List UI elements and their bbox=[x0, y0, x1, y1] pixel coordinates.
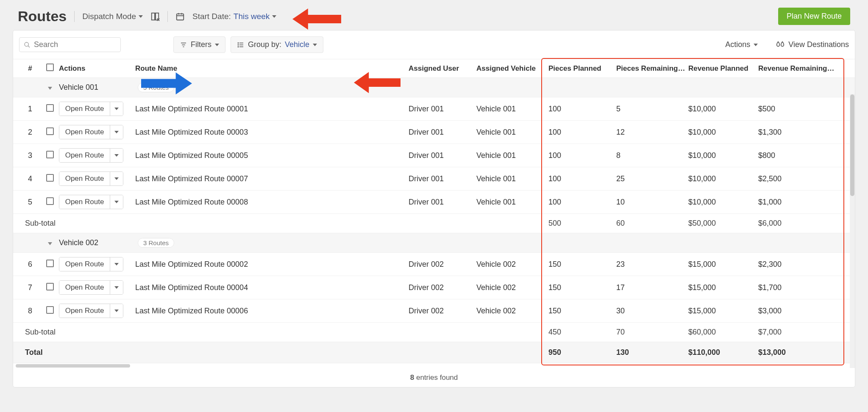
open-route-main[interactable]: Open Route bbox=[59, 195, 110, 209]
open-route-button[interactable]: Open Route bbox=[59, 148, 123, 163]
table-row: 2Open RouteLast Mile Optimized Route 000… bbox=[13, 121, 855, 144]
map-toggle-button[interactable] bbox=[150, 12, 160, 21]
row-checkbox[interactable] bbox=[46, 197, 54, 205]
col-route-name: Route Name bbox=[135, 64, 409, 73]
open-route-button[interactable]: Open Route bbox=[59, 171, 123, 186]
open-route-dropdown[interactable] bbox=[110, 149, 123, 162]
chevron-down-icon bbox=[215, 44, 219, 46]
row-checkbox[interactable] bbox=[46, 174, 54, 182]
group-header[interactable]: Vehicle 0015 Routes bbox=[13, 78, 855, 97]
open-route-dropdown[interactable] bbox=[110, 257, 123, 271]
open-route-dropdown[interactable] bbox=[110, 172, 123, 185]
open-route-dropdown[interactable] bbox=[110, 195, 123, 209]
pieces-planned: 100 bbox=[548, 174, 616, 183]
pieces-remaining: 12 bbox=[616, 128, 688, 137]
group-by-dropdown[interactable]: Group by: Vehicle bbox=[231, 36, 323, 53]
assigned-vehicle: Vehicle 001 bbox=[476, 105, 548, 113]
open-route-main[interactable]: Open Route bbox=[59, 125, 110, 139]
pieces-planned: 150 bbox=[548, 260, 616, 269]
row-checkbox[interactable] bbox=[46, 127, 54, 135]
open-route-main[interactable]: Open Route bbox=[59, 257, 110, 271]
actions-dropdown[interactable]: Actions bbox=[725, 40, 758, 49]
chevron-down-icon bbox=[272, 15, 276, 18]
vertical-scrollbar[interactable] bbox=[850, 94, 855, 368]
revenue-remaining: $500 bbox=[758, 105, 843, 113]
dispatch-mode-dropdown[interactable]: Dispatch Mode bbox=[82, 12, 143, 21]
open-route-button[interactable]: Open Route bbox=[59, 125, 123, 139]
svg-rect-4 bbox=[177, 14, 184, 20]
col-number: # bbox=[19, 64, 41, 73]
route-name: Last Mile Optimized Route 00002 bbox=[135, 260, 409, 269]
revenue-remaining: $1,700 bbox=[758, 283, 843, 292]
route-name: Last Mile Optimized Route 00001 bbox=[135, 105, 409, 113]
view-destinations-link[interactable]: View Destinations bbox=[776, 40, 849, 49]
group-name: Vehicle 001 bbox=[59, 83, 135, 92]
row-checkbox[interactable] bbox=[46, 104, 54, 112]
list-icon bbox=[237, 41, 245, 49]
open-route-button[interactable]: Open Route bbox=[59, 280, 123, 295]
scrollbar-thumb[interactable] bbox=[16, 364, 130, 368]
open-route-dropdown[interactable] bbox=[110, 304, 123, 318]
table-row: 7Open RouteLast Mile Optimized Route 000… bbox=[13, 276, 855, 299]
expand-toggle-icon[interactable] bbox=[48, 242, 52, 245]
row-checkbox[interactable] bbox=[46, 151, 54, 158]
revenue-planned: $15,000 bbox=[688, 283, 758, 292]
table-row: 6Open RouteLast Mile Optimized Route 000… bbox=[13, 253, 855, 276]
group-header[interactable]: Vehicle 0023 Routes bbox=[13, 233, 855, 253]
route-name: Last Mile Optimized Route 00003 bbox=[135, 128, 409, 137]
row-number: 3 bbox=[19, 151, 41, 160]
open-route-main[interactable]: Open Route bbox=[59, 281, 110, 294]
filters-button[interactable]: Filters bbox=[173, 36, 225, 53]
open-route-main[interactable]: Open Route bbox=[59, 304, 110, 318]
group-by-label: Group by: bbox=[248, 40, 281, 49]
revenue-planned: $15,000 bbox=[688, 260, 758, 269]
table-header: # Actions Route Name Assigned User Assig… bbox=[13, 59, 855, 78]
total-pr: 130 bbox=[616, 348, 688, 357]
open-route-button[interactable]: Open Route bbox=[59, 304, 123, 318]
horizontal-scrollbar[interactable] bbox=[13, 363, 855, 368]
scrollbar-thumb[interactable] bbox=[850, 94, 854, 196]
expand-toggle-icon[interactable] bbox=[48, 87, 52, 90]
table-row: 4Open RouteLast Mile Optimized Route 000… bbox=[13, 167, 855, 191]
svg-rect-0 bbox=[152, 13, 155, 20]
svg-line-9 bbox=[28, 46, 30, 47]
svg-point-8 bbox=[25, 42, 28, 46]
assigned-user: Driver 001 bbox=[409, 198, 476, 207]
open-route-button[interactable]: Open Route bbox=[59, 257, 123, 271]
row-number: 8 bbox=[19, 307, 41, 315]
start-date-label: Start Date: bbox=[192, 12, 231, 21]
open-route-main[interactable]: Open Route bbox=[59, 172, 110, 185]
plan-new-route-button[interactable]: Plan New Route bbox=[778, 8, 850, 25]
chevron-down-icon bbox=[114, 154, 119, 157]
assigned-user: Driver 001 bbox=[409, 151, 476, 160]
pieces-remaining: 10 bbox=[616, 198, 688, 207]
revenue-planned: $15,000 bbox=[688, 307, 758, 315]
search-input-wrap[interactable] bbox=[19, 37, 121, 52]
row-checkbox[interactable] bbox=[46, 283, 54, 290]
select-all-checkbox[interactable] bbox=[46, 64, 54, 71]
row-number: 2 bbox=[19, 128, 41, 137]
open-route-button[interactable]: Open Route bbox=[59, 102, 123, 116]
revenue-planned: $10,000 bbox=[688, 105, 758, 113]
page-title: Routes bbox=[18, 8, 67, 25]
filters-label: Filters bbox=[191, 40, 211, 49]
assigned-user: Driver 001 bbox=[409, 174, 476, 183]
open-route-dropdown[interactable] bbox=[110, 102, 123, 116]
row-checkbox[interactable] bbox=[46, 260, 54, 267]
open-route-button[interactable]: Open Route bbox=[59, 195, 123, 209]
calendar-icon[interactable] bbox=[175, 12, 185, 21]
open-route-main[interactable]: Open Route bbox=[59, 102, 110, 116]
col-revenue-remaining: Revenue Remaining… bbox=[758, 64, 843, 73]
open-route-dropdown[interactable] bbox=[110, 281, 123, 294]
assigned-vehicle: Vehicle 002 bbox=[476, 307, 548, 315]
open-route-main[interactable]: Open Route bbox=[59, 149, 110, 162]
route-name: Last Mile Optimized Route 00005 bbox=[135, 151, 409, 160]
open-route-dropdown[interactable] bbox=[110, 125, 123, 139]
search-input[interactable] bbox=[34, 40, 116, 49]
assigned-user: Driver 001 bbox=[409, 128, 476, 137]
row-checkbox[interactable] bbox=[46, 306, 54, 314]
col-pieces-remaining: Pieces Remaining… bbox=[616, 64, 688, 73]
start-date-dropdown[interactable]: Start Date: This week bbox=[192, 12, 276, 21]
subtotal-label: Sub-total bbox=[25, 219, 101, 228]
subtotal-pr: 70 bbox=[616, 328, 688, 337]
